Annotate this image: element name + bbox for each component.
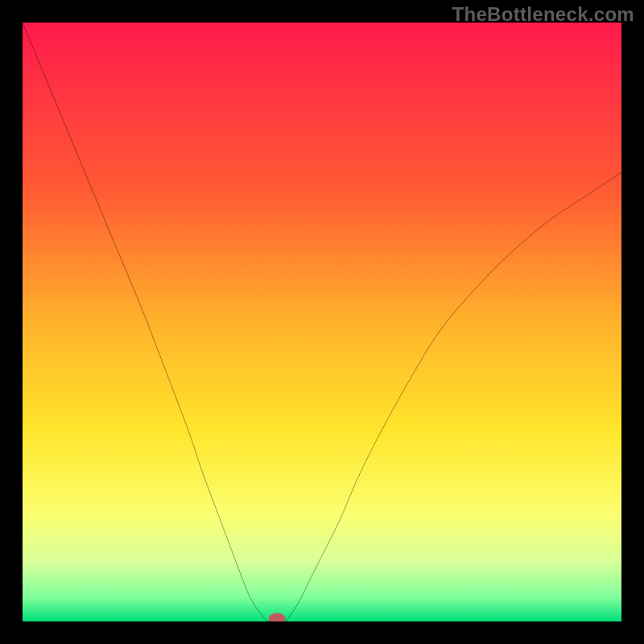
chart-svg [23, 23, 621, 621]
watermark-text: TheBottleneck.com [452, 3, 634, 26]
chart-frame: TheBottleneck.com [0, 0, 644, 644]
gradient-background [23, 23, 621, 621]
chart-plot-area [23, 23, 621, 621]
